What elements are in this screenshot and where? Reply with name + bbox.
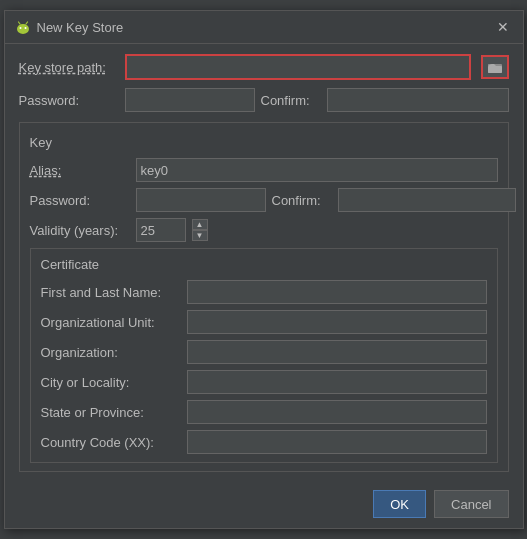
certificate-label: Certificate bbox=[41, 257, 487, 272]
city-row: City or Locality: bbox=[41, 370, 487, 394]
password-row: Password: Confirm: bbox=[19, 88, 509, 112]
key-section: Key Alias: Password: Confirm: Validity (… bbox=[19, 122, 509, 472]
org-unit-row: Organizational Unit: bbox=[41, 310, 487, 334]
dialog-title: New Key Store bbox=[37, 20, 124, 35]
org-unit-label: Organizational Unit: bbox=[41, 315, 181, 330]
first-last-name-input[interactable] bbox=[187, 280, 487, 304]
key-password-input[interactable] bbox=[136, 188, 266, 212]
svg-line-4 bbox=[18, 22, 20, 24]
svg-rect-1 bbox=[18, 26, 28, 32]
svg-line-5 bbox=[26, 22, 28, 24]
key-password-row: Password: Confirm: bbox=[30, 188, 498, 212]
buttons-row: OK Cancel bbox=[5, 482, 523, 528]
android-icon bbox=[15, 19, 31, 35]
city-input[interactable] bbox=[187, 370, 487, 394]
city-label: City or Locality: bbox=[41, 375, 181, 390]
key-section-label: Key bbox=[30, 135, 498, 150]
validity-spinner: ▲ ▼ bbox=[192, 219, 208, 241]
title-bar-left: New Key Store bbox=[15, 19, 124, 35]
state-row: State or Province: bbox=[41, 400, 487, 424]
validity-input[interactable] bbox=[136, 218, 186, 242]
cancel-button[interactable]: Cancel bbox=[434, 490, 508, 518]
browse-button[interactable] bbox=[481, 55, 509, 79]
confirm-input[interactable] bbox=[327, 88, 509, 112]
close-button[interactable]: ✕ bbox=[493, 17, 513, 37]
keystore-path-row: Key store path: bbox=[19, 54, 509, 80]
first-last-name-label: First and Last Name: bbox=[41, 285, 181, 300]
password-label: Password: bbox=[19, 93, 119, 108]
dialog-content: Key store path: Password: Confirm: Ke bbox=[5, 44, 523, 482]
org-label: Organization: bbox=[41, 345, 181, 360]
validity-label: Validity (years): bbox=[30, 223, 130, 238]
svg-point-2 bbox=[19, 27, 21, 29]
svg-point-3 bbox=[24, 27, 26, 29]
title-bar: New Key Store ✕ bbox=[5, 11, 523, 44]
keystore-path-label: Key store path: bbox=[19, 60, 119, 75]
key-password-label: Password: bbox=[30, 193, 130, 208]
spinner-down-button[interactable]: ▼ bbox=[192, 230, 208, 241]
keystore-path-input[interactable] bbox=[127, 56, 469, 78]
password-input[interactable] bbox=[125, 88, 255, 112]
key-confirm-input[interactable] bbox=[338, 188, 516, 212]
alias-row: Alias: bbox=[30, 158, 498, 182]
confirm-label: Confirm: bbox=[261, 93, 321, 108]
country-code-row: Country Code (XX): bbox=[41, 430, 487, 454]
state-input[interactable] bbox=[187, 400, 487, 424]
keystore-path-input-wrapper bbox=[125, 54, 471, 80]
org-input[interactable] bbox=[187, 340, 487, 364]
org-unit-input[interactable] bbox=[187, 310, 487, 334]
state-label: State or Province: bbox=[41, 405, 181, 420]
country-code-label: Country Code (XX): bbox=[41, 435, 181, 450]
new-key-store-dialog: New Key Store ✕ Key store path: Password… bbox=[4, 10, 524, 529]
first-last-name-row: First and Last Name: bbox=[41, 280, 487, 304]
validity-row: Validity (years): ▲ ▼ bbox=[30, 218, 498, 242]
folder-icon bbox=[488, 61, 502, 73]
alias-input[interactable] bbox=[136, 158, 498, 182]
ok-button[interactable]: OK bbox=[373, 490, 426, 518]
country-code-input[interactable] bbox=[187, 430, 487, 454]
svg-rect-8 bbox=[488, 66, 502, 73]
spinner-up-button[interactable]: ▲ bbox=[192, 219, 208, 230]
alias-label: Alias: bbox=[30, 163, 130, 178]
key-confirm-label: Confirm: bbox=[272, 193, 332, 208]
certificate-section: Certificate First and Last Name: Organiz… bbox=[30, 248, 498, 463]
org-row: Organization: bbox=[41, 340, 487, 364]
